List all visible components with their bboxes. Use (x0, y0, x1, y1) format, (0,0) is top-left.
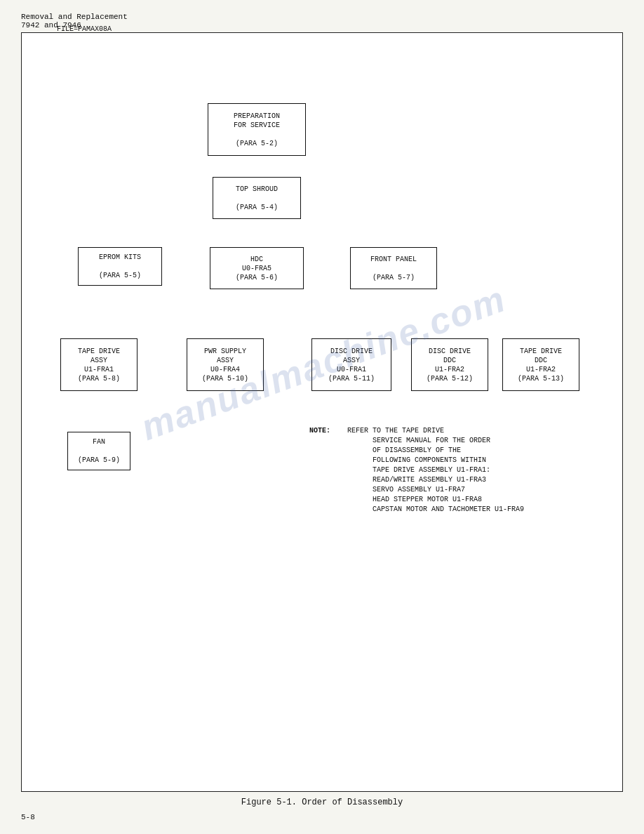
note-label: NOTE: (309, 427, 343, 435)
figure-caption: Figure 5-1. Order of Disassembly (21, 797, 623, 807)
header-title: Removal and Replacement (21, 13, 623, 21)
note-line9: CAPSTAN MOTOR AND TACHOMETER U1-FRA9 (373, 505, 524, 513)
box-front-panel-line1: FRONT PANEL (370, 255, 417, 264)
box-disc-drive-ddc: DISC DRIVE DDC U1-FRA2 (PARA 5-12) (411, 338, 488, 391)
note-area: NOTE: REFER TO THE TAPE DRIVE SERVICE MA… (309, 426, 524, 515)
box-eprom-line3: (PARA 5-5) (99, 271, 141, 280)
note-spacer8 (309, 505, 368, 513)
note-spacer6 (309, 486, 368, 494)
box-front-panel-line2 (391, 264, 396, 273)
note-line8: HEAD STEPPER MOTOR U1-FRA8 (373, 496, 482, 503)
page: Removal and Replacement 7942 and 7946 (0, 0, 644, 834)
box-fan-line1: FAN (93, 437, 105, 446)
note-spacer7 (309, 496, 368, 503)
box-dda-line3: U0-FRA1 (337, 365, 366, 374)
note-line2: SERVICE MANUAL FOR THE ORDER (373, 437, 490, 444)
box-top-shroud-line1: TOP SHROUD (236, 185, 278, 194)
box-prep: PREPARATION FOR SERVICE (PARA 5-2) (208, 103, 306, 156)
box-dda-line1: DISC DRIVE (330, 347, 373, 356)
box-top-shroud-line3: (PARA 5-4) (236, 203, 278, 212)
box-ddd-line3: U1-FRA2 (435, 365, 464, 374)
box-eprom: EPROM KITS (PARA 5-5) (78, 247, 162, 286)
box-tdd-line3: U1-FRA2 (526, 365, 556, 374)
file-label: FILE=PAMAX08A (57, 25, 112, 33)
note-spacer (309, 437, 368, 444)
box-hdc-line1: HDC (250, 255, 263, 264)
box-fan: FAN (PARA 5-9) (67, 432, 130, 470)
note-spacer2 (309, 446, 368, 454)
box-tdd-line2: DDC (535, 356, 547, 365)
box-fan-line2 (97, 446, 101, 456)
note-spacer4 (309, 466, 368, 474)
box-prep-line4: (PARA 5-2) (236, 139, 278, 148)
box-hdc-line2: U0-FRA5 (242, 264, 271, 273)
box-eprom-line1: EPROM KITS (99, 253, 141, 262)
box-prep-line2: FOR SERVICE (234, 121, 280, 130)
box-front-panel-line3: (PARA 5-7) (373, 273, 415, 282)
page-number: 5-8 (21, 813, 623, 821)
note-line4: FOLLOWING COMPONENTS WITHIN (373, 456, 486, 464)
note-line5: TAPE DRIVE ASSEMBLY U1-FRA1: (373, 466, 490, 474)
diagram-frame: PREPARATION FOR SERVICE (PARA 5-2) TOP S… (21, 32, 623, 792)
box-fan-line3: (PARA 5-9) (78, 456, 120, 465)
box-tda-line4: (PARA 5-8) (78, 374, 120, 383)
box-tdd-line4: (PARA 5-13) (518, 374, 564, 383)
note-spacer5 (309, 476, 368, 484)
box-ddd-line2: DDC (443, 356, 456, 365)
box-ddd-line1: DISC DRIVE (429, 347, 471, 356)
note-line3: OF DISASSEMBLY OF THE (373, 446, 461, 454)
box-prep-line1: PREPARATION (234, 112, 280, 121)
box-hdc: HDC U0-FRA5 (PARA 5-6) (210, 247, 304, 289)
box-front-panel: FRONT PANEL (PARA 5-7) (350, 247, 437, 289)
box-tape-drive-assy: TAPE DRIVE ASSY U1-FRA1 (PARA 5-8) (60, 338, 137, 391)
box-tda-line3: U1-FRA1 (84, 365, 114, 374)
box-top-shroud-line2 (255, 194, 259, 203)
box-dda-line2: ASSY (343, 356, 360, 365)
box-tape-drive-ddc: TAPE DRIVE DDC U1-FRA2 (PARA 5-13) (502, 338, 579, 391)
box-psa-line4: (PARA 5-10) (202, 374, 248, 383)
box-hdc-line3: (PARA 5-6) (236, 273, 278, 282)
box-psa-line2: ASSY (217, 356, 234, 365)
box-psa-line1: PWR SUPPLY (204, 347, 246, 356)
box-psa-line3: U0-FRA4 (210, 365, 240, 374)
box-dda-line4: (PARA 5-11) (328, 374, 375, 383)
box-ddd-line4: (PARA 5-12) (427, 374, 473, 383)
box-eprom-line2 (118, 262, 122, 271)
box-tda-line2: ASSY (90, 356, 107, 365)
box-top-shroud: TOP SHROUD (PARA 5-4) (213, 177, 301, 219)
box-disc-drive-assy: DISC DRIVE ASSY U0-FRA1 (PARA 5-11) (311, 338, 391, 391)
box-tdd-line1: TAPE DRIVE (520, 347, 562, 356)
note-line6: READ/WRITE ASSEMBLY U1-FRA3 (373, 476, 486, 484)
note-spacer3 (309, 456, 368, 464)
note-line7: SERVO ASSEMBLY U1-FRA7 (373, 486, 465, 494)
note-line1: REFER TO THE TAPE DRIVE (347, 427, 444, 435)
box-tda-line1: TAPE DRIVE (78, 347, 120, 356)
box-prep-line3 (255, 130, 259, 139)
box-pwr-supply: PWR SUPPLY ASSY U0-FRA4 (PARA 5-10) (187, 338, 264, 391)
